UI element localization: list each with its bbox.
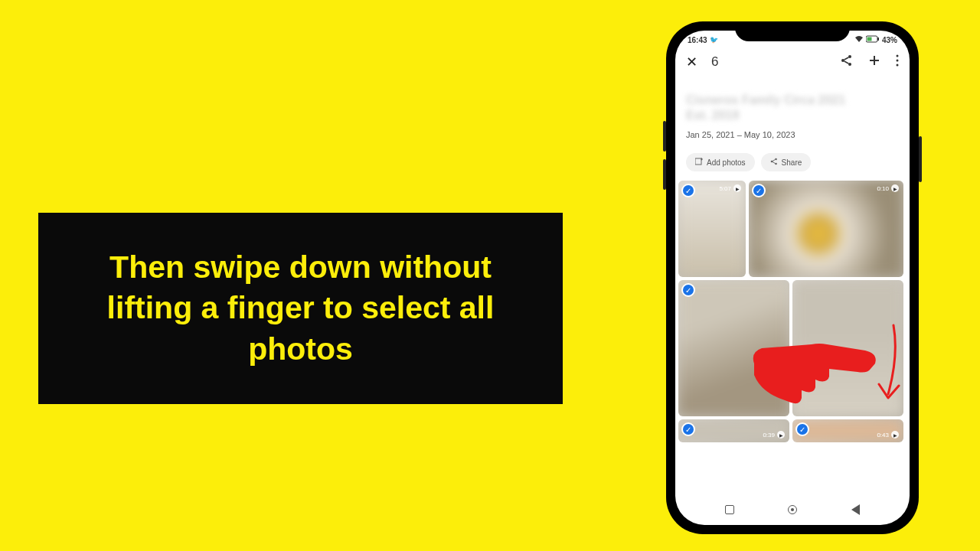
add-photos-chip[interactable]: Add photos	[686, 153, 755, 171]
share-chip-icon	[770, 158, 778, 167]
album-title-line1: Cisneros Family Circa 2021	[686, 92, 899, 109]
android-nav-bar	[675, 499, 910, 520]
svg-rect-13	[695, 158, 701, 165]
instruction-text: Then swipe down without lifting a finger…	[77, 247, 524, 370]
power-button-icon	[919, 136, 922, 182]
instruction-panel: Then swipe down without lifting a finger…	[38, 213, 563, 404]
svg-line-19	[773, 160, 776, 161]
svg-point-11	[897, 60, 899, 62]
album-info: Cisneros Family Circa 2021 Est. 2019 Jan…	[675, 78, 910, 147]
status-left: 16:43 🐦	[688, 36, 718, 44]
phone-notch	[735, 21, 850, 41]
video-duration-badge: 0:10▶	[877, 184, 899, 192]
svg-point-10	[897, 55, 899, 57]
add-icon[interactable]	[868, 54, 880, 70]
battery-percent: 43%	[882, 36, 897, 44]
play-icon: ▶	[777, 431, 785, 439]
recents-button[interactable]	[724, 504, 736, 516]
share-chip[interactable]: Share	[761, 153, 812, 171]
svg-line-7	[844, 61, 849, 64]
svg-rect-2	[867, 37, 871, 41]
add-photo-icon	[695, 158, 703, 167]
share-chip-label: Share	[782, 158, 802, 167]
selection-count: 6	[711, 54, 827, 70]
volume-button-icon	[663, 159, 666, 190]
header-actions	[841, 54, 899, 70]
close-icon[interactable]: ✕	[686, 54, 697, 70]
battery-icon	[866, 35, 880, 44]
svg-point-5	[848, 63, 851, 66]
album-date-range: Jan 25, 2021 – May 10, 2023	[686, 130, 899, 139]
video-duration-badge: 0:43▶	[877, 431, 899, 439]
album-title-line2: Est. 2019	[686, 109, 899, 122]
volume-button-icon	[663, 121, 666, 152]
photo-thumbnail[interactable]: ✓ 0:43▶	[792, 419, 903, 442]
photo-thumbnail[interactable]: ✓ 0:10▶	[749, 181, 903, 277]
photo-thumbnail[interactable]: ✓	[678, 280, 789, 416]
status-right: 43%	[854, 35, 897, 44]
action-chips: Add photos Share	[675, 147, 910, 178]
video-duration-badge: 0:39▶	[763, 431, 785, 439]
play-icon: ▶	[891, 184, 899, 192]
status-time: 16:43	[688, 36, 707, 44]
wifi-icon	[854, 35, 864, 44]
svg-point-12	[897, 64, 899, 67]
app-header: ✕ 6	[675, 46, 910, 78]
phone-frame: 16:43 🐦 43% ✕ 6	[666, 21, 919, 534]
twitter-icon: 🐦	[710, 36, 718, 44]
home-button[interactable]	[786, 504, 799, 516]
svg-point-4	[848, 55, 851, 58]
svg-line-6	[844, 57, 849, 60]
play-icon: ▶	[733, 184, 741, 192]
play-icon: ▶	[891, 431, 899, 439]
svg-line-20	[773, 162, 776, 164]
video-duration-badge: 5:07▶	[719, 184, 741, 192]
svg-point-3	[841, 59, 844, 62]
more-icon[interactable]	[896, 54, 899, 70]
svg-rect-1	[877, 37, 879, 41]
photo-thumbnail[interactable]	[792, 280, 903, 416]
photo-thumbnail[interactable]: ✓ 5:07▶	[678, 181, 746, 277]
add-photos-label: Add photos	[707, 158, 746, 167]
phone-screen: 16:43 🐦 43% ✕ 6	[675, 31, 910, 525]
back-button[interactable]	[849, 504, 861, 516]
share-icon[interactable]	[841, 54, 853, 70]
photo-thumbnail[interactable]: ✓ 0:39▶	[678, 419, 789, 442]
photo-grid: ✓ 5:07▶ ✓ 0:10▶ ✓ ✓	[675, 178, 910, 445]
